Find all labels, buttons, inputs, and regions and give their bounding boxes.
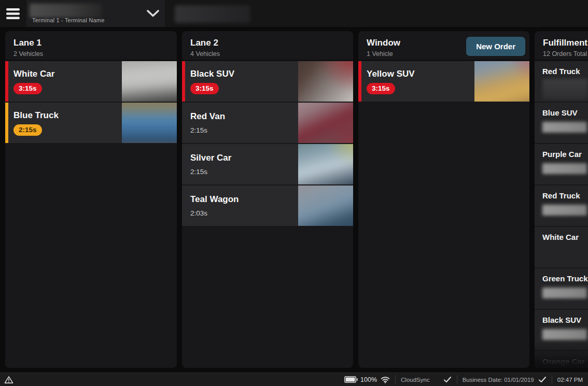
check-icon — [538, 376, 547, 383]
redacted-order-detail — [542, 122, 587, 133]
new-order-button[interactable]: New Order — [466, 37, 525, 56]
panel-title: Fulfillment — [543, 38, 588, 48]
wait-accent-bar — [5, 103, 8, 143]
redacted-order-detail — [542, 205, 587, 216]
alerts-button[interactable] — [4, 376, 13, 384]
order-item[interactable]: White Car — [535, 227, 588, 267]
order-count: 12 Orders Total — [543, 50, 588, 58]
order-item[interactable]: Orange Car — [535, 351, 588, 368]
order-vehicle-name: Blue SUV — [542, 108, 588, 117]
business-date-label: Business Date: 01/01/2019 — [463, 377, 534, 383]
vehicle-name: Silver Car — [190, 153, 353, 163]
vehicle-name: Black SUV — [190, 69, 353, 79]
order-vehicle-name: Red Truck — [542, 67, 588, 76]
panel-title: Lane 1 — [13, 38, 169, 48]
order-item[interactable]: Black SUV — [535, 310, 588, 350]
vehicle-name: Blue Truck — [13, 110, 177, 121]
panel-title: Lane 2 — [190, 38, 345, 48]
lane-1-header: Lane 1 2 Vehicles — [5, 31, 177, 61]
window-panel: Window 1 Vehicle New Order Yellow SUV3:1… — [358, 31, 529, 368]
vehicle-card[interactable]: Yellow SUV3:15s — [358, 61, 529, 102]
vehicle-photo — [298, 185, 353, 226]
battery-percent: 100% — [360, 376, 377, 383]
wait-time-badge: 3:15s — [190, 83, 219, 94]
cloudsync-status: CloudSync — [396, 373, 457, 386]
wait-time-badge: 3:15s — [13, 83, 42, 94]
wait-accent-bar — [5, 61, 8, 102]
check-icon — [443, 376, 452, 383]
hamburger-icon — [6, 8, 20, 19]
order-vehicle-name: Green Truck — [542, 274, 588, 283]
vehicle-card[interactable]: Silver Car2:15s — [182, 144, 353, 184]
fulfillment-panel: Fulfillment 12 Orders Total Red TruckBlu… — [535, 31, 588, 368]
vehicle-photo — [122, 103, 177, 143]
vehicle-card[interactable]: Black SUV3:15s — [182, 61, 353, 102]
order-item[interactable]: Red Truck — [535, 61, 588, 102]
vehicle-name: Red Van — [190, 111, 353, 122]
battery-status: 100% — [339, 373, 395, 386]
wifi-icon — [381, 376, 390, 383]
wait-time-badge: 2:15s — [13, 124, 42, 136]
warning-icon — [4, 376, 13, 384]
order-vehicle-name: Purple Car — [542, 150, 588, 159]
clock: 02:47 PM — [552, 373, 588, 386]
wait-time: 2:15s — [190, 126, 353, 134]
vehicle-photo — [298, 103, 353, 143]
battery-icon — [344, 376, 358, 383]
wait-time: 2:03s — [190, 209, 353, 217]
vehicle-card[interactable]: Teal Wagon2:03s — [182, 185, 353, 226]
window-header: Window 1 Vehicle New Order — [358, 31, 529, 61]
vehicle-photo — [474, 61, 529, 102]
vehicle-name: White Car — [13, 69, 177, 79]
vehicle-card[interactable]: Red Van2:15s — [182, 103, 353, 143]
chevron-down-icon — [146, 9, 160, 18]
order-item[interactable]: Purple Car — [535, 144, 588, 184]
redacted-order-detail — [542, 329, 587, 340]
redacted-logo — [175, 5, 250, 23]
order-vehicle-name: Red Truck — [542, 191, 588, 200]
order-vehicle-name: Orange Car — [542, 357, 588, 366]
current-time: 02:47 PM — [557, 377, 583, 383]
top-bar-right — [166, 0, 588, 27]
terminal-selector[interactable]: Terminal 1 - Terminal Name — [26, 0, 165, 27]
cloudsync-label: CloudSync — [401, 377, 430, 383]
wait-time-badge: 3:15s — [367, 83, 395, 94]
order-vehicle-name: Black SUV — [542, 316, 588, 324]
vehicle-count: 2 Vehicles — [13, 50, 169, 58]
top-bar: Terminal 1 - Terminal Name — [0, 0, 588, 27]
redacted-order-detail — [542, 163, 587, 174]
vehicle-name: Teal Wagon — [190, 194, 353, 205]
business-date-status: Business Date: 01/01/2019 — [457, 373, 552, 386]
status-bar: 100% CloudSync Business Date: 01/01/2019 — [0, 373, 588, 386]
vehicle-photo — [122, 61, 177, 102]
order-item[interactable]: Green Truck — [535, 268, 588, 309]
lane-2-panel: Lane 2 4 Vehicles Black SUV3:15sRed Van2… — [182, 31, 353, 368]
wait-time: 2:15s — [190, 168, 353, 176]
redacted-order-detail — [542, 288, 587, 298]
redacted-order-detail — [542, 79, 588, 99]
vehicle-card[interactable]: White Car3:15s — [5, 61, 177, 102]
vehicle-count: 4 Vehicles — [190, 50, 345, 58]
fulfillment-header: Fulfillment 12 Orders Total — [535, 31, 588, 61]
order-item[interactable]: Red Truck — [535, 185, 588, 226]
order-item[interactable]: Blue SUV — [535, 103, 588, 143]
vehicle-card[interactable]: Blue Truck2:15s — [5, 103, 177, 143]
vehicle-name: Yellow SUV — [367, 69, 529, 79]
vehicle-photo — [298, 61, 353, 102]
wait-accent-bar — [358, 61, 361, 102]
menu-button[interactable] — [0, 0, 25, 27]
redacted-store-name — [30, 4, 102, 18]
lane-2-header: Lane 2 4 Vehicles — [182, 31, 353, 61]
lane-1-panel: Lane 1 2 Vehicles White Car3:15sBlue Tru… — [5, 31, 177, 368]
vehicle-photo — [298, 144, 353, 184]
order-vehicle-name: White Car — [542, 233, 588, 241]
wait-accent-bar — [182, 61, 185, 102]
terminal-label: Terminal 1 - Terminal Name — [32, 17, 104, 23]
